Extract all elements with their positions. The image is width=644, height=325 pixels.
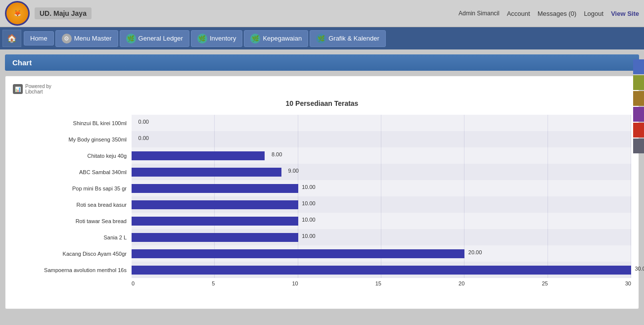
chart-rows: Shinzui BL kirei 100ml0.00My Body ginsen… xyxy=(132,115,631,278)
bar-label: ABC Sambal 340ml xyxy=(13,169,129,175)
bar-value: 10.00 xyxy=(302,233,316,239)
xaxis-label: 15 xyxy=(375,280,381,286)
nav-kepegawaian-label: Kepegawaian xyxy=(263,35,302,42)
nav-item-menu-master[interactable]: ⚙ Menu Master xyxy=(55,30,118,47)
nav-bar: 🏠 Home ⚙ Menu Master 🌿 General Ledger 🌿 … xyxy=(0,27,644,49)
xaxis-label: 0 xyxy=(132,280,135,286)
palette-red[interactable] xyxy=(633,123,644,138)
bar-value: 0.00 xyxy=(138,135,149,141)
nav-item-general-ledger[interactable]: 🌿 General Ledger xyxy=(120,30,189,47)
bar-value: 8.00 xyxy=(272,151,282,157)
chart-row: Sania 2 L10.00 xyxy=(132,229,631,245)
chart-row: Shinzui BL kirei 100ml0.00 xyxy=(132,115,631,131)
bar-area: 20.00 xyxy=(132,245,631,262)
nav-home-label: Home xyxy=(30,35,47,42)
bar-label: Chitato keju 40g xyxy=(13,153,129,159)
chart-row: Roti sea bread kasur10.00 xyxy=(132,196,631,213)
powered-by: 📊 Powered by Libchart xyxy=(13,84,631,94)
kepegawaian-icon: 🌿 xyxy=(250,34,260,44)
bar-area: 9.00 xyxy=(132,164,631,180)
powered-by-text: Powered by Libchart xyxy=(25,84,51,94)
bar-label: Kacang Disco Ayam 450gr xyxy=(13,251,129,257)
admin-user: Admin Simancil xyxy=(459,10,500,17)
bar: 10.00 xyxy=(132,184,298,193)
chart-main-title: 10 Persediaan Teratas xyxy=(13,99,631,107)
chart-row: Roti tawar Sea bread10.00 xyxy=(132,213,631,229)
chart-xaxis: 051015202530 xyxy=(132,280,631,286)
bar-value: 9.00 xyxy=(288,168,299,174)
color-palette xyxy=(633,59,644,153)
top-bar: 🦊 UD. Maju Jaya Admin Simancil Account M… xyxy=(0,0,644,27)
palette-olive[interactable] xyxy=(633,75,644,90)
palette-blue[interactable] xyxy=(633,59,644,74)
ledger-icon: 🌿 xyxy=(126,34,136,44)
nav-item-grafik-kalender[interactable]: 🌿 Grafik & Kalender xyxy=(310,30,386,47)
bar-label: Sampoerna avolution menthol 16s xyxy=(13,267,129,273)
bar-label: Roti sea bread kasur xyxy=(13,202,129,208)
logo: 🦊 xyxy=(5,1,30,26)
bar-area: 8.00 xyxy=(132,147,631,164)
bar-label: Pop mini Bs sapi 35 gr xyxy=(13,186,129,191)
palette-brown[interactable] xyxy=(633,91,644,106)
chart-container: 📊 Powered by Libchart 10 Persediaan Tera… xyxy=(5,76,639,309)
xaxis-label: 25 xyxy=(542,280,548,286)
bar-value: 0.00 xyxy=(138,119,149,125)
bar-area: 10.00 xyxy=(132,180,631,196)
palette-gray[interactable] xyxy=(633,139,644,153)
nav-items: Home ⚙ Menu Master 🌿 General Ledger 🌿 In… xyxy=(24,30,386,47)
chart-row: Kacang Disco Ayam 450gr20.00 xyxy=(132,245,631,262)
bar: 10.00 xyxy=(132,217,298,226)
bar: 10.00 xyxy=(132,233,298,242)
libchart-icon: 📊 xyxy=(13,84,23,94)
top-bar-right: Admin Simancil Account Messages (0) Logo… xyxy=(459,10,639,17)
xaxis-label: 5 xyxy=(212,280,215,286)
logo-image: 🦊 xyxy=(14,10,21,17)
inventory-icon: 🌿 xyxy=(197,34,207,44)
chart-row: My Body ginseng 350ml0.00 xyxy=(132,131,631,147)
bar-label: Sania 2 L xyxy=(13,234,129,240)
libchart-logo: 📊 xyxy=(13,84,23,94)
messages-link[interactable]: Messages (0) xyxy=(538,10,577,17)
bar: 20.00 xyxy=(132,249,464,258)
xaxis-label: 20 xyxy=(459,280,464,286)
bar-label: Shinzui BL kirei 100ml xyxy=(13,120,129,126)
chart-row: ABC Sambal 340ml9.00 xyxy=(132,164,631,180)
nav-item-kepegawaian[interactable]: 🌿 Kepegawaian xyxy=(244,30,308,47)
logout-link[interactable]: Logout xyxy=(584,10,603,17)
chart-row: Sampoerna avolution menthol 16s30.00 xyxy=(132,262,631,278)
bar-area: 30.00 xyxy=(132,262,631,278)
bar-area: 10.00 xyxy=(132,213,631,229)
bar-value: 30.00 xyxy=(635,266,644,272)
chart-row: Pop mini Bs sapi 35 gr10.00 xyxy=(132,180,631,196)
palette-purple[interactable] xyxy=(633,107,644,122)
chart-section-header: Chart xyxy=(5,54,639,71)
bar-value: 10.00 xyxy=(302,200,316,206)
nav-item-inventory[interactable]: 🌿 Inventory xyxy=(191,30,242,47)
site-name: UD. Maju Jaya xyxy=(35,7,92,19)
xaxis-labels: 051015202530 xyxy=(132,280,631,286)
nav-grafik-label: Grafik & Kalender xyxy=(328,35,379,42)
bar-value: 20.00 xyxy=(468,249,482,255)
bar-area: 10.00 xyxy=(132,229,631,245)
view-site-link[interactable]: View Site xyxy=(611,10,639,17)
nav-inventory-label: Inventory xyxy=(210,35,236,42)
bar: 9.00 xyxy=(132,168,281,177)
top-bar-left: 🦊 UD. Maju Jaya xyxy=(5,1,92,26)
grafik-icon: 🌿 xyxy=(316,34,326,44)
bar-label: My Body ginseng 350ml xyxy=(13,137,129,142)
nav-general-ledger-label: General Ledger xyxy=(138,35,183,42)
bar: 10.00 xyxy=(132,200,298,209)
bar-label: Roti tawar Sea bread xyxy=(13,218,129,224)
nav-item-home[interactable]: Home xyxy=(24,31,54,46)
nav-menu-master-label: Menu Master xyxy=(74,35,112,42)
chart-row: Chitato keju 40g8.00 xyxy=(132,147,631,164)
bar-area: 0.00 xyxy=(132,115,631,131)
home-nav-icon[interactable]: 🏠 xyxy=(2,30,21,47)
bar-value: 10.00 xyxy=(302,217,316,223)
gear-icon: ⚙ xyxy=(62,34,72,44)
home-icon: 🏠 xyxy=(7,34,17,43)
account-link[interactable]: Account xyxy=(507,10,530,17)
bar: 8.00 xyxy=(132,151,265,160)
chart-title-text: Chart xyxy=(12,58,32,67)
xaxis-label: 30 xyxy=(625,280,631,286)
